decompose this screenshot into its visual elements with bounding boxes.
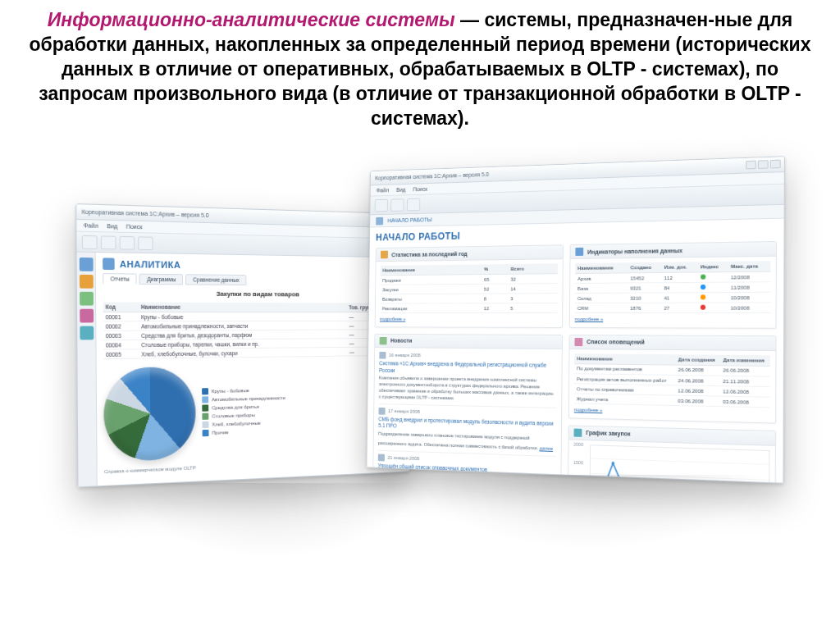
window-title: Корпоративная система 1С:Архив – версия …: [375, 171, 489, 180]
status-dot-icon: [701, 275, 705, 280]
panel-title: График закупок: [586, 431, 630, 438]
more-link[interactable]: подробнее »: [380, 317, 405, 323]
col-header: Дата создания: [676, 355, 721, 367]
news-item: 17 января 2008СМБ фонд внедрил и протест…: [378, 403, 556, 453]
panel-stats: Статистика за последний год Наименование…: [375, 245, 564, 329]
report-title: Закупки по видам товаров: [103, 289, 401, 299]
section-title: АНАЛИТИКА: [103, 258, 400, 274]
table-row[interactable]: 00005Хлеб, хлебобулочные, булочки, сухар…: [103, 347, 402, 359]
col-header: Наименование: [139, 303, 347, 312]
calendar-icon: [378, 408, 385, 415]
toolbar-button[interactable]: [375, 199, 388, 212]
toolbar-button[interactable]: [101, 235, 116, 249]
screenshot-stage: Корпоративная система 1С:Архив – версия …: [0, 130, 840, 590]
doc-icon: [381, 251, 388, 259]
table-row[interactable]: Рекламации125: [380, 303, 557, 313]
pie-legend: Крупы - бобовыеАвтомобильные принадлежно…: [202, 385, 285, 438]
notify-table: Наименование Дата создания Дата изменени…: [574, 353, 770, 408]
toolbar-button[interactable]: [407, 198, 420, 212]
menu-item[interactable]: Вид: [396, 187, 405, 193]
close-button[interactable]: [770, 160, 781, 169]
col-header: Индекс: [698, 262, 728, 272]
bars-icon: [103, 258, 115, 271]
dashboard-window: Корпоративная система 1С:Архив – версия …: [366, 157, 785, 485]
col-header: Всего: [509, 264, 558, 275]
minimize-button[interactable]: [746, 161, 756, 170]
table-row[interactable]: CRM18762710/2008: [575, 303, 770, 314]
legend-item: Прочие: [203, 427, 286, 437]
menu-item[interactable]: Файл: [84, 223, 98, 230]
status-dot-icon: [701, 305, 705, 310]
news-item: 16 января 2008Система «1С:Архив» внедрен…: [379, 352, 557, 404]
side-tab-icon[interactable]: [80, 292, 94, 306]
definition-heading: Информационно-аналитические системы — си…: [0, 0, 840, 130]
home-icon[interactable]: [376, 217, 383, 226]
toolbar-button[interactable]: [120, 236, 135, 250]
side-tab-icon[interactable]: [80, 275, 94, 289]
analytics-window: Корпоративная система 1С:Архив – версия …: [75, 204, 410, 488]
toolbar-button[interactable]: [138, 236, 153, 250]
panel-title: Индикаторы наполнения данных: [587, 248, 682, 255]
col-header: Создано: [628, 262, 662, 273]
panel-chart: График закупок 2000 1500 1000 500 0: [568, 425, 776, 483]
bell-icon: [574, 338, 582, 346]
pie-chart: [103, 367, 196, 463]
subtab[interactable]: Отчеты: [103, 274, 137, 285]
globe-icon: [380, 337, 387, 345]
side-tab-icon[interactable]: [80, 258, 94, 271]
calendar-icon: [378, 454, 385, 462]
panel-title: Новости: [390, 339, 412, 344]
col-header: Наименование: [575, 263, 628, 274]
toolbar-button[interactable]: [390, 198, 404, 212]
side-tabs: [77, 253, 98, 487]
menu-item[interactable]: Поиск: [126, 224, 143, 230]
menu-item[interactable]: Вид: [107, 223, 117, 230]
menu-item[interactable]: Файл: [377, 188, 389, 194]
panel-title: Статистика за последний год: [391, 251, 467, 258]
y-axis-ticks: 2000 1500 1000 500 0: [567, 440, 587, 484]
menu-item[interactable]: Поиск: [413, 186, 427, 192]
line-chart: [589, 444, 769, 483]
maximize-button[interactable]: [758, 161, 769, 170]
subtabs: Отчеты Диаграммы Сравнение данных: [103, 274, 400, 287]
subtab[interactable]: Диаграммы: [139, 274, 183, 285]
page-title: НАЧАЛО РАБОТЫ: [376, 224, 777, 243]
breadcrumb[interactable]: НАЧАЛО РАБОТЫ: [387, 217, 431, 224]
panel-usage: Индикаторы наполнения данных Наименовани…: [569, 241, 777, 329]
reflection: [98, 483, 443, 614]
usage-table: Наименование Создано Изм. док. Индекс Ма…: [575, 262, 771, 314]
calendar-icon: [379, 352, 386, 359]
panel-notify: Список оповещений Наименование Дата созд…: [568, 335, 777, 423]
col-header: Макс. дата: [728, 262, 771, 273]
report-table: Код Наименование Тов. группа 00001Крупы …: [103, 303, 401, 360]
side-tab-icon[interactable]: [80, 326, 94, 340]
stats-table: Наименование % Всего Продажи6532Закупки5…: [380, 264, 558, 314]
table-row[interactable]: Журнал учета03.06.200803.06.2008: [574, 394, 770, 408]
status-dot-icon: [701, 285, 705, 289]
side-tab-icon[interactable]: [80, 309, 94, 323]
gauge-icon: [575, 248, 583, 256]
more-link[interactable]: подробнее »: [575, 317, 604, 323]
more-link[interactable]: подробнее »: [574, 407, 603, 414]
status-dot-icon: [701, 294, 705, 299]
col-header: Код: [103, 303, 138, 312]
window-title: Корпоративная система 1С:Архив – версия …: [82, 209, 209, 219]
term: Информационно-аналитические системы: [48, 9, 455, 30]
col-header: %: [482, 264, 508, 275]
reflection: [386, 475, 796, 606]
news-item: 21 января 2008Упрощён общий список справ…: [378, 450, 556, 476]
col-header: Изм. док.: [662, 262, 698, 273]
toolbar-button[interactable]: [82, 235, 98, 249]
section-label: АНАЛИТИКА: [120, 259, 181, 270]
chart-icon: [574, 429, 582, 437]
panel-news: Новости 16 января 2008Система «1С:Архив»…: [372, 334, 563, 483]
news-headline[interactable]: Система «1С:Архив» внедрена в Федерально…: [379, 361, 557, 377]
subtab[interactable]: Сравнение данных: [185, 275, 246, 286]
more-link[interactable]: далее: [540, 445, 554, 453]
panel-title: Список оповещений: [587, 340, 645, 346]
